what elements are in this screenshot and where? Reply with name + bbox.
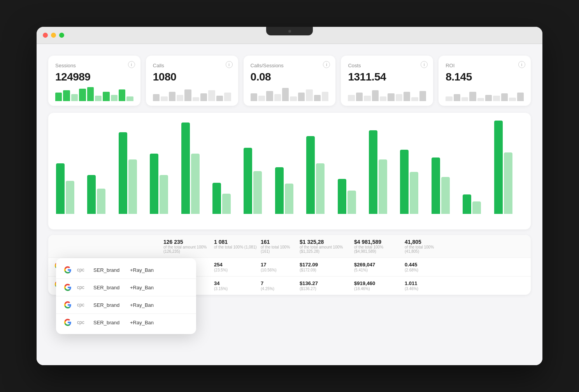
tooltip-row-4[interactable]: cpc SER_brand +Ray_Ban — [56, 314, 196, 331]
chart-bar-light — [253, 171, 262, 214]
google-icon — [64, 301, 72, 309]
mini-bar — [411, 97, 418, 101]
bar-group — [87, 175, 116, 214]
calls-info-icon[interactable]: i — [226, 61, 233, 68]
mini-bar — [55, 93, 62, 101]
costs-info-icon[interactable]: i — [421, 61, 428, 68]
mini-bar — [103, 92, 109, 101]
chart-bar-dark — [212, 183, 221, 214]
total-other-cell: 41,805 of the total 100% (41,805) — [405, 239, 444, 254]
row-other-sub: (3.46%) — [405, 287, 444, 291]
chart-bar-light — [191, 154, 200, 214]
row-calls-val: 254 — [214, 262, 261, 268]
chart-bar-dark — [244, 148, 252, 214]
tooltip-row-2[interactable]: cpc SER_brand +Ray_Ban — [56, 279, 196, 296]
mini-bar — [274, 94, 281, 101]
mini-bar — [216, 96, 223, 101]
total-cs-value: 161 — [261, 239, 300, 245]
mini-bar — [193, 97, 199, 101]
row-costs-val: $172.09 — [300, 262, 354, 268]
chart-bar-light — [66, 181, 74, 214]
chart-bar-dark — [87, 175, 96, 214]
sessions-card: i Sessions 124989 — [48, 56, 140, 106]
maximize-button[interactable] — [59, 33, 64, 38]
chart-bar-light — [347, 191, 356, 214]
floating-dropdown[interactable]: cpc SER_brand +Ray_Ban cpc SER_brand +Ra… — [56, 258, 196, 334]
chart-bar-light — [472, 201, 481, 214]
total-calls-value: 1 081 — [214, 239, 261, 245]
tooltip-medium-3: cpc — [77, 302, 88, 308]
row-roi-sub: (18.46%) — [354, 287, 405, 291]
tooltip-campaign-2: +Ray_Ban — [130, 285, 154, 290]
tooltip-row-3[interactable]: cpc SER_brand +Ray_Ban — [56, 296, 196, 314]
sessions-label: Sessions — [55, 63, 133, 68]
mini-bar — [461, 97, 468, 101]
calls-sessions-card: i Calls/Sessions 0.08 — [244, 56, 336, 106]
calls-sessions-label: Calls/Sessions — [251, 63, 329, 68]
row-roi-sub: (5.41%) — [354, 268, 405, 272]
roi-value: 8.145 — [446, 71, 524, 83]
chart-bar-light — [160, 175, 168, 214]
calls-label: Calls — [153, 63, 231, 68]
mini-bar — [177, 95, 183, 101]
bar-group — [119, 132, 147, 214]
bar-group — [338, 179, 367, 214]
tooltip-brand-2: SER_brand — [93, 285, 125, 290]
row-roi-val: $919,460 — [354, 280, 405, 286]
chart-bar-dark — [432, 158, 440, 214]
mini-bar — [485, 95, 492, 101]
chart-bar-light — [97, 189, 105, 214]
bar-group — [212, 183, 241, 214]
chart-bar-light — [316, 163, 325, 214]
mini-bar — [63, 90, 70, 101]
mini-bar — [282, 88, 289, 101]
row-costs-cell: $136.27 ($136.27) — [300, 280, 354, 291]
close-button[interactable] — [43, 33, 48, 38]
total-sessions-value: 126 235 — [163, 239, 214, 245]
bar-group — [56, 163, 85, 214]
total-cs-cell: 161 of the total 100% (161) — [261, 239, 300, 254]
mini-bar — [454, 94, 460, 101]
tooltip-medium-1: cpc — [77, 267, 88, 273]
chart-bar-dark — [119, 132, 127, 214]
row-other-cell: 0.445 (2.68%) — [405, 262, 444, 272]
sessions-info-icon[interactable]: i — [128, 61, 135, 68]
mini-bar — [501, 93, 508, 101]
total-roi-value: $4 981,589 — [354, 239, 405, 245]
bar-group — [432, 158, 460, 214]
calls-value: 1080 — [153, 71, 231, 83]
mini-bar — [396, 94, 402, 101]
row-cs-cell: 7 (4.25%) — [261, 280, 300, 291]
calls-sessions-value: 0.08 — [251, 71, 329, 83]
mini-bar — [87, 87, 94, 101]
tooltip-row-1[interactable]: cpc SER_brand +Ray_Ban — [56, 261, 196, 279]
bar-group — [369, 130, 398, 214]
calls-sessions-info-icon[interactable]: i — [323, 61, 330, 68]
row-costs-sub: ($172.09) — [300, 268, 354, 272]
minimize-button[interactable] — [51, 33, 56, 38]
chart-bar-dark — [494, 121, 503, 214]
calls-card: i Calls 1080 — [146, 56, 238, 106]
google-icon — [64, 318, 72, 326]
camera-notch — [266, 27, 313, 35]
total-cs-sub: of the total 100% (161) — [261, 245, 300, 254]
table-total-row: 126 235 of the total amount 100% (126,23… — [48, 235, 531, 258]
row-cs-sub: (10.56%) — [261, 268, 300, 272]
mini-bar — [169, 92, 175, 101]
mini-bar — [161, 96, 167, 101]
mini-bar — [469, 92, 476, 101]
row-costs-val: $136.27 — [300, 280, 354, 286]
mini-bar — [493, 96, 500, 101]
chart-bar-dark — [463, 194, 471, 214]
bar-group — [494, 121, 523, 214]
roi-info-icon[interactable]: i — [518, 61, 525, 68]
row-calls-sub: (23.5%) — [214, 268, 261, 272]
row-calls-cell: 254 (23.5%) — [214, 262, 261, 272]
mini-bar — [71, 94, 78, 101]
tooltip-campaign-1: +Ray_Ban — [130, 267, 154, 273]
row-other-sub: (2.68%) — [405, 268, 444, 272]
mini-bar — [200, 93, 207, 101]
row-roi-val: $269,047 — [354, 262, 405, 268]
row-calls-val: 34 — [214, 280, 261, 286]
bar-group — [463, 194, 491, 214]
